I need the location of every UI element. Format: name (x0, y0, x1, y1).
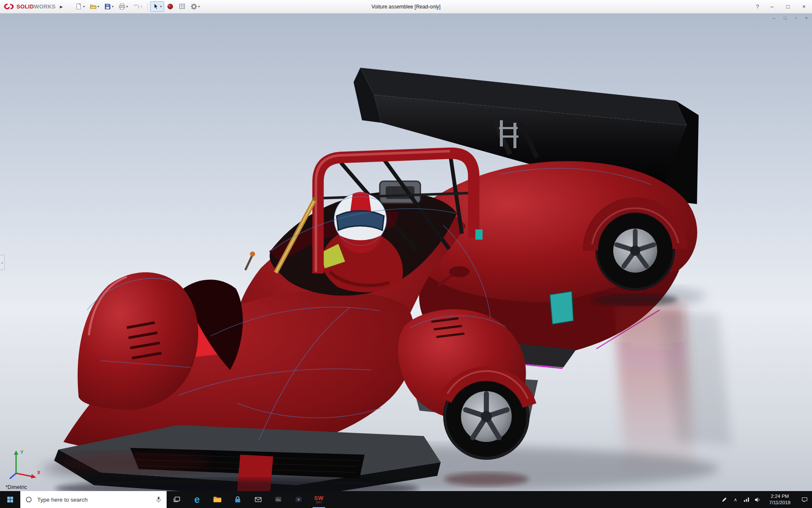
photos-app-icon (274, 495, 283, 504)
volume-icon (754, 496, 761, 503)
gear-icon (190, 3, 198, 10)
taskbar-clock[interactable]: 2:24 PM 7/11/2018 (763, 493, 797, 506)
minimize-button[interactable]: – (764, 0, 780, 14)
title-bar: SOLIDWORKS ▶ ▾ ▾ (0, 0, 812, 14)
task-view-icon (173, 495, 181, 504)
select-cursor-icon (152, 3, 159, 10)
edge-icon: e (195, 494, 200, 505)
doc-minimize-button[interactable]: – (772, 15, 776, 21)
solidworks-logo: SOLIDWORKS (0, 3, 58, 10)
notification-icon (801, 496, 808, 503)
dropdown-arrow[interactable]: ▾ (198, 5, 200, 8)
clock-time: 2:24 PM (763, 493, 797, 500)
brand-text: SOLIDWORKS (16, 3, 56, 10)
undo-icon (133, 3, 140, 10)
undo-button[interactable]: ▾ (131, 1, 145, 12)
mail-envelope-icon (254, 495, 263, 504)
orientation-triad[interactable]: Y X (7, 447, 46, 482)
close-button[interactable]: × (796, 0, 812, 14)
triad-y-label: Y (20, 450, 24, 455)
dropdown-arrow[interactable]: ▾ (160, 5, 162, 8)
document-title: Voiture assemblee [Read-only] (371, 4, 440, 10)
start-button[interactable] (0, 491, 20, 508)
windows-logo-icon (6, 496, 14, 503)
dropdown-arrow[interactable]: ▾ (98, 5, 99, 8)
network-icon (743, 496, 750, 503)
doc-restore-button[interactable]: □ (783, 15, 787, 21)
search-input[interactable] (36, 496, 151, 503)
sw-icon-year: 2017 (316, 501, 322, 504)
dropdown-arrow[interactable]: ▾ (83, 5, 85, 8)
maximize-button[interactable]: □ (780, 0, 796, 14)
document-window-controls: – □ ▫ × (772, 15, 809, 21)
folder-icon (213, 495, 222, 504)
help-button[interactable]: ? (751, 0, 764, 14)
toolbar-separator (147, 3, 148, 11)
save-icon (104, 3, 111, 10)
taskbar: e (0, 491, 812, 508)
clock-date: 7/11/2018 (763, 500, 797, 506)
appearance-ball-icon (167, 3, 174, 10)
hidden-icons-button[interactable]: ∧ (730, 491, 741, 508)
new-document-button[interactable]: ▾ (73, 1, 87, 12)
select-button[interactable]: ▾ (150, 1, 164, 12)
dropdown-arrow[interactable]: ▾ (126, 5, 128, 8)
microphone-icon[interactable] (155, 495, 162, 504)
menu-flyout-arrow[interactable]: ▶ (60, 5, 63, 9)
pen-tray-button[interactable] (719, 491, 730, 508)
drawing-sheet-icon (178, 3, 186, 10)
new-document-icon (75, 3, 82, 10)
open-folder-icon (90, 3, 97, 10)
brand-works: WORKS (34, 3, 55, 10)
pen-icon (721, 496, 728, 503)
open-button[interactable]: ▾ (88, 1, 102, 12)
triad-x-label: X (37, 470, 41, 475)
doc-close-button[interactable]: × (804, 15, 809, 21)
photos-app-button[interactable] (268, 491, 288, 508)
save-button[interactable]: ▾ (102, 1, 116, 12)
drawing-sheet-button[interactable] (176, 1, 188, 12)
volume-tray-button[interactable] (752, 491, 763, 508)
brand-solid: SOLID (16, 3, 34, 10)
solidworks-app-icon: SW 2017 (314, 495, 324, 504)
network-tray-button[interactable] (741, 491, 752, 508)
task-view-button[interactable] (167, 491, 187, 508)
options-button[interactable]: ▾ (188, 1, 202, 12)
edge-browser-button[interactable]: e (187, 491, 207, 508)
side-mirror (449, 266, 469, 277)
print-icon (118, 3, 126, 10)
store-bag-icon (233, 495, 242, 504)
3d-scene[interactable] (0, 14, 812, 491)
media-app-button[interactable] (288, 491, 309, 508)
3ds-logo-icon (3, 3, 14, 10)
media-app-icon (294, 495, 303, 504)
panel-collapse-tab[interactable]: ‹ (0, 255, 5, 270)
appearance-button[interactable] (165, 1, 176, 12)
dropdown-arrow[interactable]: ▾ (141, 5, 143, 8)
dropdown-arrow[interactable]: ▾ (112, 5, 114, 8)
sw-icon-text: SW (314, 495, 324, 501)
view-orientation-label: *Dimetric (5, 484, 27, 490)
search-icon (25, 495, 33, 504)
graphics-viewport: – □ ▫ × ‹ *Dimetric Y X (0, 14, 812, 491)
system-tray: ∧ 2:24 PM 7/11/2018 (719, 491, 812, 508)
window-controls: ? – □ × (751, 0, 812, 14)
standard-toolbar: ▾ ▾ ▾ (73, 1, 202, 12)
store-button[interactable] (228, 491, 248, 508)
mail-button[interactable] (248, 491, 268, 508)
print-button[interactable]: ▾ (116, 1, 130, 12)
solidworks-taskbar-button[interactable]: SW 2017 (309, 491, 329, 508)
action-center-button[interactable] (797, 491, 812, 508)
doc-new-window-button[interactable]: ▫ (794, 15, 798, 21)
file-explorer-button[interactable] (207, 491, 228, 508)
solidworks-window: SOLIDWORKS ▶ ▾ ▾ (0, 0, 812, 508)
cyan-detail (475, 229, 483, 240)
taskbar-search[interactable] (20, 491, 167, 508)
